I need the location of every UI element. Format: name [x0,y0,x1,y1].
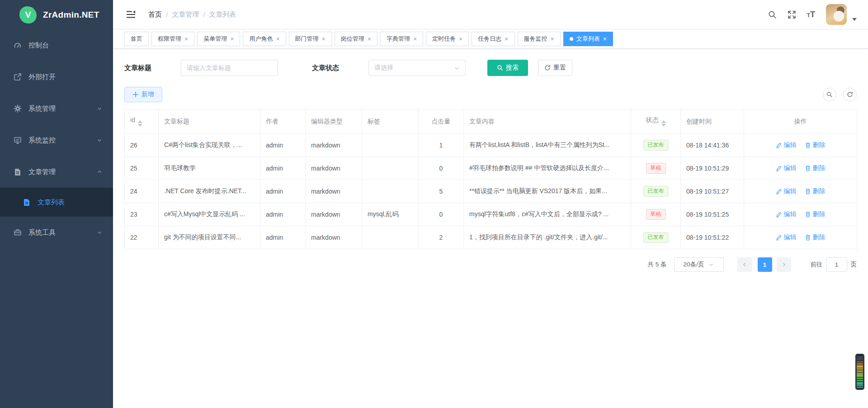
tab-label: 岗位管理 [341,35,364,43]
show-search-toggle-button[interactable] [823,88,836,101]
status-badge: 已发布 [643,140,669,151]
cell-id: 23 [125,203,159,226]
cell-actions: 编辑删除 [744,157,857,180]
sidebar-item-article-management[interactable]: 文章管理 [0,156,113,188]
goto-page-input[interactable] [826,257,847,272]
search-button[interactable]: 搜索 [487,60,528,76]
page-content: 文章标题 文章状态 请选择 搜索 重置 [113,49,868,408]
reset-button[interactable]: 重置 [538,60,572,76]
sidebar-item-article-list[interactable]: 文章列表 [0,188,113,217]
tab-文章列表[interactable]: 文章列表× [563,32,613,46]
sidebar-item-label: 控制台 [28,41,49,50]
pagination: 共 5 条 20条/页 1 前往 页 [124,257,857,272]
column-header-创建时间: 创建时间 [681,109,744,134]
delete-button[interactable]: 删除 [805,233,826,242]
column-header-标签: 标签 [362,109,419,134]
column-header-状态[interactable]: 状态 [631,109,681,134]
column-header-id[interactable]: id [125,109,159,134]
tab-label: 菜单管理 [203,35,227,43]
sort-caret-icon[interactable] [138,120,142,127]
delete-button[interactable]: 删除 [805,210,826,218]
topbar-actions: TT [768,4,857,25]
sidebar-item-external-open[interactable]: 外部打开 [0,61,113,93]
color-scrollbar-widget[interactable] [855,354,864,390]
sidebar-item-system-monitor[interactable]: 系统监控 [0,124,113,156]
prev-page-button[interactable] [737,257,752,272]
collapse-sidebar-icon[interactable] [127,10,136,19]
tab-close-icon[interactable]: × [184,36,188,42]
tab-close-icon[interactable]: × [459,36,462,42]
cell-editor-type: markdown [306,226,362,249]
delete-button[interactable]: 删除 [805,164,826,172]
app-logo[interactable]: V ZrAdmin.NET [0,0,113,29]
edit-button[interactable]: 编辑 [776,187,797,195]
tab-close-icon[interactable]: × [322,36,326,42]
tab-权限管理[interactable]: 权限管理× [151,32,194,46]
tab-label: 权限管理 [158,35,181,43]
cell-title: git 为不同的项目设置不同... [159,226,260,249]
top-bar: 首页 / 文章管理 / 文章列表 TT [113,0,868,29]
breadcrumb-home[interactable]: 首页 [148,10,162,19]
refresh-table-button[interactable] [843,88,857,101]
cell-tags: mysql,乱码 [362,203,419,226]
sidebar-item-label: 文章管理 [28,168,56,176]
tab-close-icon[interactable]: × [230,36,234,42]
cell-created-time: 08-18 14:41:36 [681,134,744,157]
chevron-down-icon [454,65,460,71]
tab-close-icon[interactable]: × [413,36,417,42]
avatar-caret-down-icon[interactable] [852,18,857,21]
tab-close-icon[interactable]: × [603,36,607,42]
page-size-select[interactable]: 20条/页 [674,257,724,272]
cell-content: 有两个list,listA 和listB，listA中有三个属性列为St... [464,134,631,157]
tab-岗位管理[interactable]: 岗位管理× [335,32,377,46]
sidebar-item-console[interactable]: 控制台 [0,29,113,61]
cell-author: admin [260,134,306,157]
cell-title: 羽毛球教学 [159,157,260,180]
search-icon[interactable] [768,10,777,19]
delete-trash-icon [805,234,811,241]
sidebar-item-label: 文章列表 [38,198,65,207]
tab-字典管理[interactable]: 字典管理× [380,32,423,46]
tab-用户角色[interactable]: 用户角色× [243,32,286,46]
tab-close-icon[interactable]: × [276,36,279,42]
cell-editor-type: markdown [306,203,362,226]
cell-id: 25 [125,157,159,180]
sidebar-item-system-management[interactable]: 系统管理 [0,93,113,124]
cell-editor-type: markdown [306,180,362,203]
add-button[interactable]: 新增 [124,87,162,102]
tab-label: 字典管理 [387,35,410,43]
cell-status: 草稿 [631,203,681,226]
article-status-select[interactable]: 请选择 [368,60,466,76]
tab-服务监控[interactable]: 服务监控× [518,32,561,46]
edit-button[interactable]: 编辑 [776,210,797,218]
edit-button[interactable]: 编辑 [776,164,797,172]
goto-page-suffix: 页 [851,261,857,269]
tab-菜单管理[interactable]: 菜单管理× [197,32,240,46]
edit-button[interactable]: 编辑 [776,141,797,149]
page-number-button[interactable]: 1 [758,257,772,272]
font-size-icon[interactable]: TT [807,10,815,19]
edit-button[interactable]: 编辑 [776,233,797,242]
delete-button[interactable]: 删除 [805,141,826,149]
user-avatar[interactable] [826,4,847,25]
delete-button[interactable]: 删除 [805,187,826,195]
tab-任务日志[interactable]: 任务日志× [472,32,514,46]
cell-tags [362,157,419,180]
tab-部门管理[interactable]: 部门管理× [289,32,332,46]
sidebar-item-system-tools[interactable]: 系统工具 [0,217,113,248]
tab-首页[interactable]: 首页 [124,32,149,46]
edit-pencil-icon [776,165,782,171]
app-title: ZrAdmin.NET [43,10,99,20]
column-header-文章标题: 文章标题 [159,109,260,134]
article-title-input[interactable] [181,60,278,76]
column-header-操作: 操作 [744,109,857,134]
fullscreen-icon[interactable] [788,10,796,19]
sort-caret-icon[interactable] [661,120,666,127]
tab-定时任务[interactable]: 定时任务× [426,32,469,46]
delete-trash-icon [805,165,811,171]
table-row: 24.NET Core 发布时提示.NET...adminmarkdown5**… [125,180,857,203]
tab-close-icon[interactable]: × [551,36,554,42]
next-page-button[interactable] [777,257,791,272]
tab-close-icon[interactable]: × [368,36,371,42]
tab-close-icon[interactable]: × [505,36,508,42]
